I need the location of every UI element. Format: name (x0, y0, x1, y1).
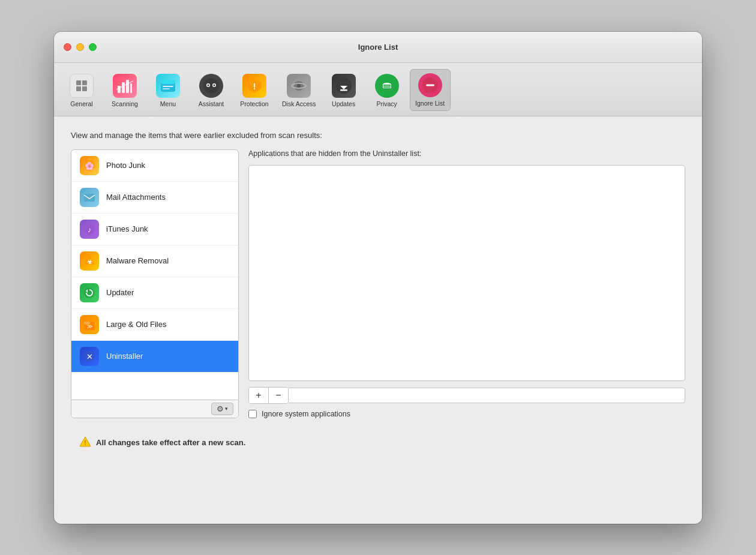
protection-svg: ! (246, 77, 263, 94)
svg-rect-34 (84, 194, 95, 202)
toolbar-updates[interactable]: Updates (323, 70, 364, 111)
svg-rect-29 (383, 86, 391, 88)
bottom-controls: + − (248, 387, 685, 404)
ignorelist-svg (422, 77, 439, 94)
window-controls (64, 43, 97, 51)
gear-chevron-icon: ▾ (225, 406, 228, 412)
svg-point-13 (203, 78, 219, 94)
toolbar: General Scanning (54, 63, 702, 116)
list-item-malware-removal[interactable]: ☣ Malware Removal (71, 245, 238, 277)
apps-list-area (248, 165, 685, 381)
svg-rect-5 (122, 82, 125, 93)
svg-point-39 (84, 287, 95, 298)
diskaccess-svg (290, 77, 307, 94)
svg-text:☣: ☣ (87, 259, 92, 265)
toolbar-assistant[interactable]: Assistant (191, 70, 232, 111)
add-remove-group: + − (248, 387, 289, 404)
privacy-label: Privacy (376, 100, 397, 107)
uninstaller-icon: ✕ (80, 347, 99, 366)
close-button[interactable] (64, 43, 71, 51)
list-item-large-old-files[interactable]: ≫ Large & Old Files (71, 309, 238, 341)
scanning-label: Scanning (112, 100, 138, 107)
toolbar-protection[interactable]: ! Protection (234, 70, 275, 111)
assistant-svg (203, 77, 220, 94)
checkbox-row: Ignore system applications (248, 410, 685, 418)
malware-removal-icon: ☣ (80, 251, 99, 271)
gear-icon: ⚙ (217, 404, 224, 413)
svg-text:🌸: 🌸 (85, 161, 95, 171)
menu-icon (156, 74, 180, 98)
list-panel: 🌸 Photo Junk Mail Attachments (71, 149, 239, 418)
ignore-system-checkbox[interactable] (248, 410, 257, 418)
toolbar-menu[interactable]: Menu (148, 70, 188, 111)
menu-label: Menu (160, 100, 176, 107)
ignorelist-icon (418, 73, 442, 97)
uninstaller-label: Uninstaller (106, 352, 143, 361)
toolbar-privacy[interactable]: Privacy (367, 70, 407, 111)
privacy-icon (375, 74, 399, 98)
updates-svg (335, 77, 352, 94)
svg-text:✕: ✕ (86, 352, 93, 361)
gear-button[interactable]: ⚙ ▾ (211, 403, 233, 415)
photo-junk-label: Photo Junk (106, 161, 145, 170)
mail-attachments-label: Mail Attachments (106, 193, 166, 202)
main-window: Ignore List General (54, 32, 702, 524)
notice-bar: ! All changes take effect after a new sc… (71, 430, 685, 455)
svg-rect-31 (426, 84, 434, 86)
svg-rect-6 (126, 80, 129, 93)
list-item-photo-junk[interactable]: 🌸 Photo Junk (71, 150, 238, 182)
toolbar-diskaccess[interactable]: Disk Access (277, 70, 321, 111)
toolbar-ignorelist[interactable]: Ignore List (410, 69, 451, 111)
svg-text:!: ! (253, 82, 256, 91)
svg-rect-1 (82, 80, 87, 85)
svg-rect-3 (82, 86, 87, 91)
general-svg (75, 79, 88, 92)
protection-icon: ! (242, 74, 266, 98)
svg-rect-0 (76, 80, 81, 85)
general-label: General (70, 100, 92, 107)
svg-rect-2 (76, 86, 81, 91)
assistant-label: Assistant (199, 100, 224, 107)
description-text: View and manage the items that were earl… (71, 131, 685, 140)
notice-warning-icon: ! (79, 436, 91, 449)
updates-label: Updates (332, 100, 355, 107)
scanning-svg (116, 77, 133, 94)
titlebar: Ignore List (54, 32, 702, 63)
privacy-svg (379, 77, 395, 94)
scanning-icon (113, 74, 137, 98)
malware-removal-label: Malware Removal (106, 256, 169, 265)
remove-button[interactable]: − (269, 388, 288, 403)
general-icon (70, 74, 94, 98)
right-panel: Applications that are hidden from the Un… (248, 149, 685, 418)
toolbar-scanning[interactable]: Scanning (104, 70, 145, 111)
minimize-button[interactable] (76, 43, 84, 51)
list-footer: ⚙ ▾ (71, 400, 238, 418)
list-item-updater[interactable]: Updater (71, 277, 238, 309)
list-item-itunes-junk[interactable]: ♪ iTunes Junk (71, 214, 238, 245)
itunes-junk-label: iTunes Junk (106, 224, 148, 233)
maximize-button[interactable] (89, 43, 97, 51)
svg-point-16 (208, 84, 209, 86)
notice-text: All changes take effect after a new scan… (96, 438, 245, 447)
list-item-uninstaller[interactable]: ✕ Uninstaller (71, 341, 238, 373)
photo-junk-icon: 🌸 (80, 156, 99, 175)
add-button[interactable]: + (249, 388, 268, 403)
right-panel-label: Applications that are hidden from the Un… (248, 149, 685, 158)
svg-rect-26 (340, 89, 347, 91)
svg-rect-11 (163, 86, 173, 87)
window-title: Ignore List (358, 43, 398, 52)
ignore-system-label[interactable]: Ignore system applications (262, 410, 350, 418)
updater-label: Updater (106, 288, 134, 297)
list-item-mail-attachments[interactable]: Mail Attachments (71, 182, 238, 214)
svg-rect-4 (118, 86, 121, 93)
diskaccess-label: Disk Access (282, 100, 316, 107)
svg-text:≫: ≫ (87, 323, 92, 329)
list-items-container: 🌸 Photo Junk Mail Attachments (71, 150, 238, 400)
updater-icon (80, 283, 99, 302)
ignorelist-label: Ignore List (415, 100, 445, 107)
path-input[interactable] (289, 388, 685, 403)
content-area: View and manage the items that were earl… (54, 116, 702, 470)
svg-rect-28 (383, 85, 391, 86)
diskaccess-icon (287, 74, 311, 98)
toolbar-general[interactable]: General (61, 70, 102, 111)
